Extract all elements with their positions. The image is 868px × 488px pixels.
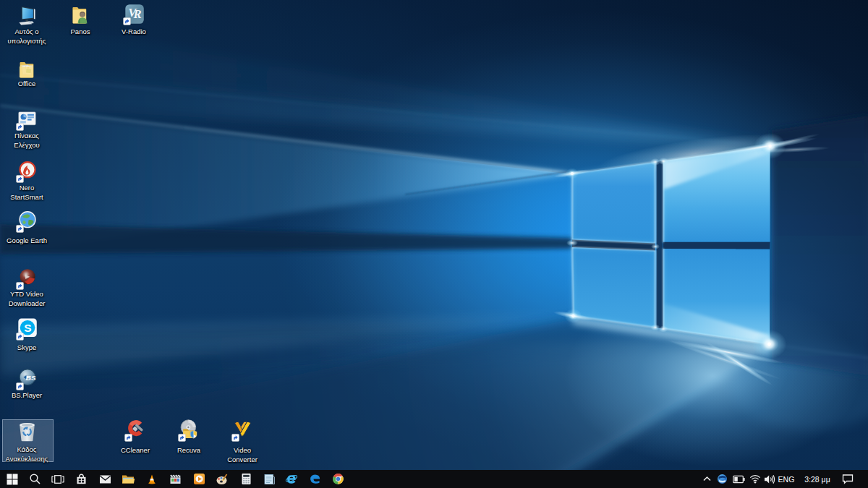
- svg-text:BS: BS: [25, 374, 35, 382]
- svg-text:R: R: [132, 7, 141, 21]
- svg-text:S: S: [24, 322, 31, 334]
